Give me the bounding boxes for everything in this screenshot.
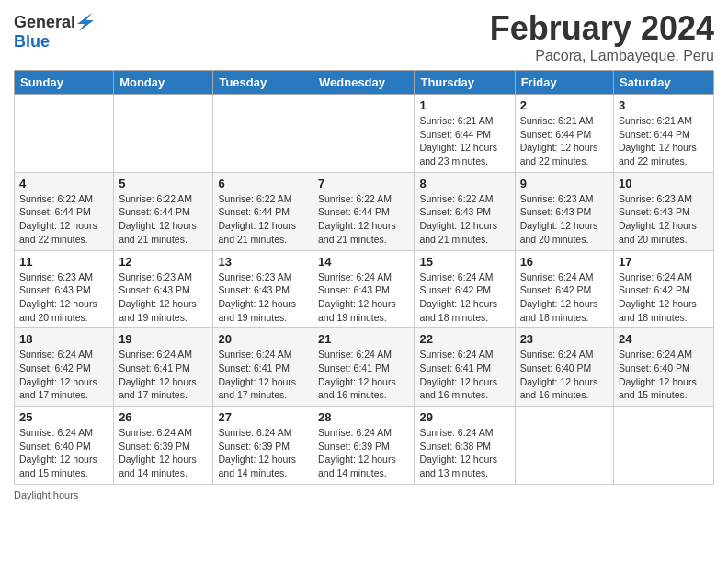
day-number: 3 <box>619 98 709 112</box>
cell-info: Sunrise: 6:22 AM Sunset: 6:44 PM Dayligh… <box>318 192 409 247</box>
day-number: 4 <box>19 177 108 190</box>
calendar-cell: 10Sunrise: 6:23 AM Sunset: 6:43 PM Dayli… <box>614 172 714 250</box>
cell-info: Sunrise: 6:22 AM Sunset: 6:44 PM Dayligh… <box>218 192 308 247</box>
col-header-sunday: Sunday <box>15 71 114 95</box>
calendar-cell: 25Sunrise: 6:24 AM Sunset: 6:40 PM Dayli… <box>15 407 114 485</box>
cell-info: Sunrise: 6:24 AM Sunset: 6:43 PM Dayligh… <box>318 270 409 325</box>
day-number: 14 <box>318 255 409 269</box>
footer-note: Daylight hours <box>14 489 714 500</box>
day-number: 21 <box>318 332 409 346</box>
calendar-cell: 22Sunrise: 6:24 AM Sunset: 6:41 PM Dayli… <box>415 328 515 407</box>
day-number: 12 <box>119 255 208 269</box>
month-title: February 2024 <box>490 9 714 48</box>
calendar-cell: 2Sunrise: 6:21 AM Sunset: 6:44 PM Daylig… <box>515 95 613 173</box>
week-row-0: 1Sunrise: 6:21 AM Sunset: 6:44 PM Daylig… <box>15 95 714 173</box>
col-header-monday: Monday <box>114 71 213 95</box>
calendar-cell <box>614 407 714 485</box>
day-number: 25 <box>19 410 108 424</box>
day-number: 24 <box>619 332 709 346</box>
cell-info: Sunrise: 6:24 AM Sunset: 6:38 PM Dayligh… <box>419 426 509 480</box>
day-number: 15 <box>419 255 509 269</box>
day-number: 26 <box>119 410 208 424</box>
cell-info: Sunrise: 6:22 AM Sunset: 6:44 PM Dayligh… <box>119 192 208 247</box>
calendar-cell <box>515 407 613 485</box>
day-number: 18 <box>19 332 108 346</box>
calendar-cell: 21Sunrise: 6:24 AM Sunset: 6:41 PM Dayli… <box>313 328 415 407</box>
calendar-cell: 3Sunrise: 6:21 AM Sunset: 6:44 PM Daylig… <box>614 95 714 173</box>
cell-info: Sunrise: 6:24 AM Sunset: 6:41 PM Dayligh… <box>119 348 208 402</box>
day-number: 5 <box>119 177 208 190</box>
cell-info: Sunrise: 6:24 AM Sunset: 6:39 PM Dayligh… <box>119 426 208 480</box>
day-number: 10 <box>619 177 709 190</box>
calendar-cell: 11Sunrise: 6:23 AM Sunset: 6:43 PM Dayli… <box>15 250 114 328</box>
cell-info: Sunrise: 6:24 AM Sunset: 6:41 PM Dayligh… <box>218 348 308 402</box>
week-row-3: 18Sunrise: 6:24 AM Sunset: 6:42 PM Dayli… <box>15 328 714 407</box>
calendar-cell: 6Sunrise: 6:22 AM Sunset: 6:44 PM Daylig… <box>213 172 313 250</box>
cell-info: Sunrise: 6:24 AM Sunset: 6:42 PM Dayligh… <box>19 348 108 402</box>
day-number: 27 <box>218 410 308 424</box>
cell-info: Sunrise: 6:22 AM Sunset: 6:44 PM Dayligh… <box>19 192 108 247</box>
calendar-cell: 23Sunrise: 6:24 AM Sunset: 6:40 PM Dayli… <box>515 328 613 407</box>
calendar-cell: 20Sunrise: 6:24 AM Sunset: 6:41 PM Dayli… <box>213 328 313 407</box>
calendar-cell: 1Sunrise: 6:21 AM Sunset: 6:44 PM Daylig… <box>415 95 515 173</box>
calendar-cell: 29Sunrise: 6:24 AM Sunset: 6:38 PM Dayli… <box>415 407 515 485</box>
day-number: 9 <box>520 177 609 190</box>
day-number: 7 <box>318 177 409 190</box>
calendar-cell <box>213 95 313 173</box>
week-row-2: 11Sunrise: 6:23 AM Sunset: 6:43 PM Dayli… <box>15 250 714 328</box>
cell-info: Sunrise: 6:24 AM Sunset: 6:41 PM Dayligh… <box>419 348 509 402</box>
logo-general-text: General <box>14 14 75 32</box>
col-header-friday: Friday <box>515 71 613 95</box>
page: General Blue February 2024 Pacora, Lamba… <box>0 0 728 563</box>
cell-info: Sunrise: 6:24 AM Sunset: 6:39 PM Dayligh… <box>318 426 409 480</box>
calendar-cell: 17Sunrise: 6:24 AM Sunset: 6:42 PM Dayli… <box>614 250 714 328</box>
calendar-cell: 15Sunrise: 6:24 AM Sunset: 6:42 PM Dayli… <box>415 250 515 328</box>
cell-info: Sunrise: 6:22 AM Sunset: 6:43 PM Dayligh… <box>419 192 509 247</box>
day-number: 29 <box>419 410 509 424</box>
week-row-4: 25Sunrise: 6:24 AM Sunset: 6:40 PM Dayli… <box>15 407 714 485</box>
day-number: 20 <box>218 332 308 346</box>
calendar-cell: 9Sunrise: 6:23 AM Sunset: 6:43 PM Daylig… <box>515 172 613 250</box>
calendar-cell <box>313 95 415 173</box>
cell-info: Sunrise: 6:24 AM Sunset: 6:40 PM Dayligh… <box>19 426 108 480</box>
calendar-cell: 16Sunrise: 6:24 AM Sunset: 6:42 PM Dayli… <box>515 250 613 328</box>
cell-info: Sunrise: 6:23 AM Sunset: 6:43 PM Dayligh… <box>619 192 709 247</box>
day-number: 13 <box>218 255 308 269</box>
calendar-cell: 12Sunrise: 6:23 AM Sunset: 6:43 PM Dayli… <box>114 250 213 328</box>
svg-marker-0 <box>77 13 94 31</box>
col-header-wednesday: Wednesday <box>313 71 415 95</box>
calendar-cell <box>114 95 213 173</box>
calendar-cell: 4Sunrise: 6:22 AM Sunset: 6:44 PM Daylig… <box>15 172 114 250</box>
cell-info: Sunrise: 6:23 AM Sunset: 6:43 PM Dayligh… <box>520 192 609 247</box>
cell-info: Sunrise: 6:24 AM Sunset: 6:42 PM Dayligh… <box>619 270 709 325</box>
col-header-tuesday: Tuesday <box>213 71 313 95</box>
title-area: February 2024 Pacora, Lambayeque, Peru <box>490 9 714 64</box>
day-number: 22 <box>419 332 509 346</box>
week-row-1: 4Sunrise: 6:22 AM Sunset: 6:44 PM Daylig… <box>15 172 714 250</box>
day-number: 1 <box>419 98 509 112</box>
cell-info: Sunrise: 6:21 AM Sunset: 6:44 PM Dayligh… <box>419 114 509 168</box>
cell-info: Sunrise: 6:24 AM Sunset: 6:41 PM Dayligh… <box>318 348 409 402</box>
day-number: 2 <box>520 98 609 112</box>
calendar-cell: 24Sunrise: 6:24 AM Sunset: 6:40 PM Dayli… <box>614 328 714 407</box>
calendar-cell: 28Sunrise: 6:24 AM Sunset: 6:39 PM Dayli… <box>313 407 415 485</box>
cell-info: Sunrise: 6:24 AM Sunset: 6:40 PM Dayligh… <box>619 348 709 402</box>
cell-info: Sunrise: 6:21 AM Sunset: 6:44 PM Dayligh… <box>619 114 709 168</box>
day-number: 16 <box>520 255 609 269</box>
cell-info: Sunrise: 6:23 AM Sunset: 6:43 PM Dayligh… <box>119 270 208 325</box>
calendar-cell: 5Sunrise: 6:22 AM Sunset: 6:44 PM Daylig… <box>114 172 213 250</box>
cell-info: Sunrise: 6:24 AM Sunset: 6:42 PM Dayligh… <box>520 270 609 325</box>
day-number: 8 <box>419 177 509 190</box>
cell-info: Sunrise: 6:24 AM Sunset: 6:39 PM Dayligh… <box>218 426 308 480</box>
logo-bird-icon <box>77 13 94 33</box>
calendar-cell: 8Sunrise: 6:22 AM Sunset: 6:43 PM Daylig… <box>415 172 515 250</box>
header-row: SundayMondayTuesdayWednesdayThursdayFrid… <box>15 71 714 95</box>
cell-info: Sunrise: 6:23 AM Sunset: 6:43 PM Dayligh… <box>19 270 108 325</box>
cell-info: Sunrise: 6:23 AM Sunset: 6:43 PM Dayligh… <box>218 270 308 325</box>
day-number: 17 <box>619 255 709 269</box>
cell-info: Sunrise: 6:21 AM Sunset: 6:44 PM Dayligh… <box>520 114 609 168</box>
calendar-table: SundayMondayTuesdayWednesdayThursdayFrid… <box>14 70 714 485</box>
calendar-cell: 13Sunrise: 6:23 AM Sunset: 6:43 PM Dayli… <box>213 250 313 328</box>
calendar-cell: 14Sunrise: 6:24 AM Sunset: 6:43 PM Dayli… <box>313 250 415 328</box>
calendar-cell <box>15 95 114 173</box>
